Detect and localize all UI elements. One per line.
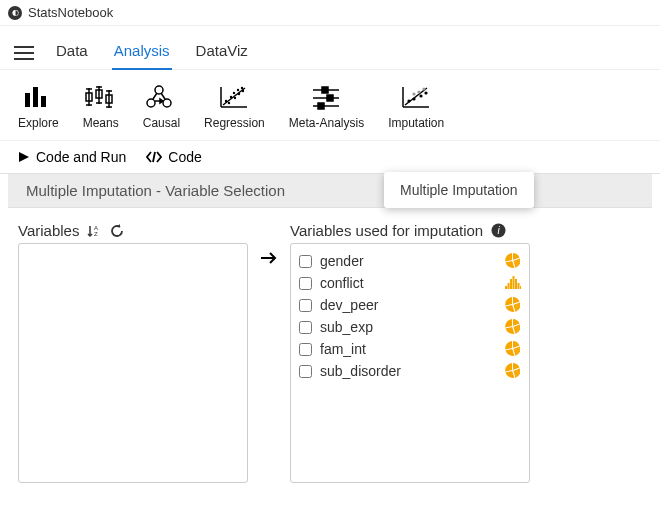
variable-name: dev_peer: [320, 297, 497, 313]
code-button[interactable]: Code: [146, 149, 201, 165]
tool-label: Explore: [18, 116, 59, 130]
tab-dataviz[interactable]: DataViz: [194, 36, 250, 69]
svg-line-20: [161, 93, 165, 99]
svg-point-17: [155, 86, 163, 94]
svg-rect-66: [515, 279, 517, 289]
regression-icon: [217, 84, 251, 110]
svg-rect-68: [520, 286, 521, 289]
play-icon: [18, 151, 30, 163]
variable-row[interactable]: fam_int: [297, 338, 523, 360]
move-arrow-column: [260, 222, 278, 483]
variable-name: conflict: [320, 275, 497, 291]
pie-icon: [505, 253, 521, 269]
pie-icon: [505, 341, 521, 357]
svg-rect-63: [508, 283, 510, 289]
pie-icon: [505, 363, 521, 379]
tool-explore[interactable]: Explore: [18, 84, 59, 130]
tool-label: Causal: [143, 116, 180, 130]
tool-label: Meta-Analysis: [289, 116, 364, 130]
svg-rect-39: [318, 103, 324, 109]
variable-checkbox[interactable]: [299, 365, 312, 378]
tab-data[interactable]: Data: [54, 36, 90, 69]
svg-point-26: [228, 102, 230, 104]
explore-icon: [21, 84, 55, 110]
tool-label: Means: [83, 116, 119, 130]
tool-meta-analysis[interactable]: Meta-Analysis: [289, 84, 364, 130]
tooltip: Multiple Imputation: [384, 172, 534, 208]
selected-variables-list[interactable]: genderconflictdev_peersub_expfam_intsub_…: [290, 243, 530, 483]
imputation-icon: [399, 84, 433, 110]
svg-point-32: [242, 90, 244, 92]
variable-selection-panel: Variables AZ Variables used for imputati…: [0, 208, 660, 497]
variable-checkbox[interactable]: [299, 277, 312, 290]
tool-means[interactable]: Means: [83, 84, 119, 130]
available-variables-list[interactable]: [18, 243, 248, 483]
svg-rect-1: [33, 87, 38, 107]
svg-point-48: [423, 87, 426, 90]
available-variables-column: Variables AZ: [18, 222, 248, 483]
app-title: StatsNotebook: [28, 5, 113, 20]
svg-point-27: [230, 96, 232, 98]
svg-point-28: [234, 97, 236, 99]
code-label: Code: [168, 149, 201, 165]
code-bar: Code and Run Code: [0, 140, 660, 174]
svg-point-49: [425, 91, 428, 94]
meta-analysis-icon: [309, 84, 343, 110]
tool-regression[interactable]: Regression: [204, 84, 265, 130]
svg-text:Z: Z: [94, 231, 98, 237]
variable-row[interactable]: gender: [297, 250, 523, 272]
svg-rect-35: [322, 87, 328, 93]
pie-icon: [505, 297, 521, 313]
available-variables-label: Variables: [18, 222, 79, 239]
variable-checkbox[interactable]: [299, 299, 312, 312]
sort-icon[interactable]: AZ: [87, 224, 101, 238]
svg-point-44: [413, 92, 416, 95]
variable-name: gender: [320, 253, 497, 269]
svg-line-19: [153, 93, 157, 99]
app-icon: ◐: [8, 6, 22, 20]
variable-row[interactable]: sub_disorder: [297, 360, 523, 382]
variable-name: sub_disorder: [320, 363, 497, 379]
svg-rect-62: [505, 286, 507, 289]
variable-name: sub_exp: [320, 319, 497, 335]
svg-rect-0: [25, 93, 30, 107]
tab-analysis[interactable]: Analysis: [112, 36, 172, 69]
distribution-icon: [505, 275, 521, 291]
titlebar: ◐ StatsNotebook: [0, 0, 660, 26]
tool-causal[interactable]: Causal: [143, 84, 180, 130]
analysis-toolbar: Explore Means Causal: [0, 70, 660, 134]
move-right-button[interactable]: [260, 250, 278, 266]
available-variables-header: Variables AZ: [18, 222, 248, 243]
svg-point-33: [241, 87, 243, 89]
svg-marker-50: [19, 152, 29, 162]
main-tabs: Data Analysis DataViz: [54, 36, 250, 69]
variable-row[interactable]: conflict: [297, 272, 523, 294]
variable-name: fam_int: [320, 341, 497, 357]
svg-rect-67: [518, 283, 520, 289]
hamburger-icon[interactable]: [14, 46, 34, 60]
variable-row[interactable]: sub_exp: [297, 316, 523, 338]
tooltip-text: Multiple Imputation: [400, 182, 518, 198]
svg-point-45: [413, 97, 416, 100]
top-menu: Data Analysis DataViz: [0, 26, 660, 70]
svg-point-31: [237, 89, 239, 91]
tool-label: Imputation: [388, 116, 444, 130]
selected-variables-header: Variables used for imputation i: [290, 222, 530, 243]
svg-point-29: [233, 92, 235, 94]
tool-label: Regression: [204, 116, 265, 130]
reset-icon[interactable]: [109, 223, 125, 239]
info-icon[interactable]: i: [491, 223, 506, 238]
tool-imputation[interactable]: Imputation: [388, 84, 444, 130]
causal-icon: [144, 84, 178, 110]
variable-checkbox[interactable]: [299, 255, 312, 268]
variable-row[interactable]: dev_peer: [297, 294, 523, 316]
svg-rect-65: [513, 276, 515, 289]
svg-point-47: [420, 94, 423, 97]
svg-rect-37: [327, 95, 333, 101]
variable-checkbox[interactable]: [299, 343, 312, 356]
code-and-run-button[interactable]: Code and Run: [18, 149, 126, 165]
code-and-run-label: Code and Run: [36, 149, 126, 165]
variable-checkbox[interactable]: [299, 321, 312, 334]
code-icon: [146, 151, 162, 163]
svg-line-24: [223, 88, 245, 105]
